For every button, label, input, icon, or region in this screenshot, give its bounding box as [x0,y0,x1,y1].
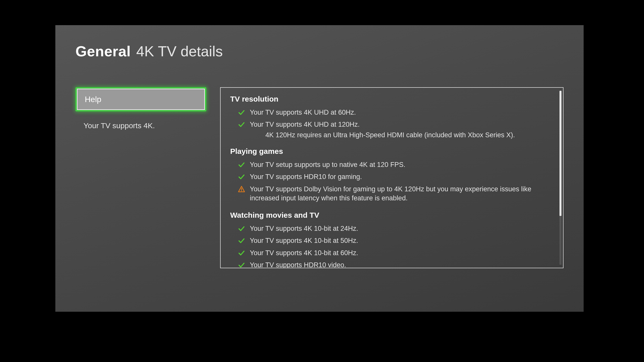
status-icon [238,248,245,256]
check-icon [238,261,245,268]
capability-text: Your TV supports 4K UHD at 60Hz. [250,108,356,117]
section-title: Playing games [230,147,553,156]
left-column: Help Your TV supports 4K. [75,87,206,268]
breadcrumb-root: General [75,43,131,60]
check-icon [238,173,245,180]
section-title: TV resolution [230,95,553,103]
check-icon [238,249,245,256]
check-icon [238,161,245,168]
page-title: 4K TV details [136,43,223,60]
status-icon [238,172,245,180]
capability-text: Your TV supports 4K UHD at 120Hz. [250,120,360,129]
breadcrumb: General 4K TV details [75,43,564,60]
capability-row: Your TV supports 4K 10-bit at 50Hz. [230,235,553,247]
check-icon [238,109,245,116]
help-button-label: Help [85,95,101,104]
capability-row: Your TV supports HDR10 video. [230,259,553,268]
capability-row: Your TV supports HDR10 for gaming. [230,171,553,183]
capability-text: Your TV supports HDR10 for gaming. [250,172,362,181]
capability-text: Your TV supports HDR10 video. [250,260,346,268]
capability-row: Your TV supports 4K UHD at 60Hz. [230,106,553,118]
section-title: Watching movies and TV [230,211,553,219]
capability-row: Your TV setup supports up to native 4K a… [230,159,553,171]
status-icon [238,120,245,128]
capability-text: Your TV supports Dolby Vision for gaming… [250,185,552,203]
help-button[interactable]: Help [75,87,206,111]
status-icon [238,224,245,232]
status-icon [238,236,245,244]
capability-row: Your TV supports 4K 10-bit at 24Hz. [230,222,553,235]
capability-note: 4K 120Hz requires an Ultra High-Speed HD… [230,131,553,141]
details-panel[interactable]: TV resolutionYour TV supports 4K UHD at … [220,87,564,268]
capability-row: Your TV supports Dolby Vision for gaming… [230,183,553,204]
capability-text: Your TV supports 4K 10-bit at 24Hz. [250,224,358,233]
settings-screen: General 4K TV details Help Your TV suppo… [55,25,584,312]
status-icon [238,260,245,268]
tv-support-summary: Your TV supports 4K. [75,121,206,130]
capability-text: Your TV supports 4K 10-bit at 60Hz. [250,248,358,257]
capability-row: Your TV supports 4K UHD at 120Hz. [230,118,553,130]
capability-text: Your TV setup supports up to native 4K a… [250,160,405,169]
check-icon [238,225,245,232]
warning-icon [238,186,245,193]
check-icon [238,237,245,244]
status-icon [238,108,245,116]
capability-text: Your TV supports 4K 10-bit at 50Hz. [250,236,358,245]
content-row: Help Your TV supports 4K. TV resolutionY… [75,87,564,268]
capability-row: Your TV supports 4K 10-bit at 60Hz. [230,247,553,259]
status-icon [238,160,245,168]
status-icon [238,185,245,193]
scrollbar-thumb[interactable] [559,91,561,216]
check-icon [238,121,245,128]
scrollbar[interactable] [559,91,561,265]
note-text: 4K 120Hz requires an Ultra High-Speed HD… [265,131,515,139]
